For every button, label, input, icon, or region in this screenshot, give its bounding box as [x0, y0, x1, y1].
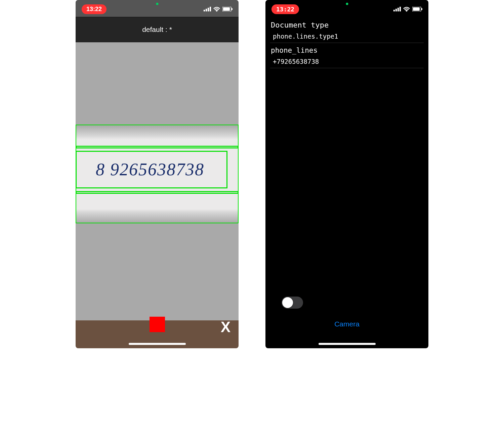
svg-rect-6	[232, 8, 233, 10]
document-type-value: phone.lines.type1	[270, 33, 424, 43]
status-icons	[393, 6, 422, 12]
document-type-heading: Document type	[271, 21, 424, 29]
battery-icon	[222, 7, 233, 11]
svg-rect-8	[395, 9, 397, 11]
svg-rect-5	[223, 7, 230, 11]
phone-lines-heading: phone_lines	[271, 46, 424, 54]
time-recording-pill[interactable]: 13:22	[82, 4, 107, 14]
camera-active-dot-icon	[156, 3, 158, 5]
svg-rect-7	[393, 10, 395, 11]
wifi-icon	[403, 6, 410, 12]
camera-active-dot-icon	[346, 3, 348, 5]
svg-rect-12	[413, 7, 420, 11]
status-bar: 13:22	[76, 3, 239, 15]
results-screen: 13:22 Document type phone.lines.type1 ph…	[265, 0, 428, 348]
close-button[interactable]: X	[221, 319, 230, 335]
cellular-icon	[204, 7, 211, 11]
svg-rect-1	[206, 9, 207, 11]
capture-mode-label: default : *	[142, 26, 172, 34]
svg-rect-2	[208, 8, 209, 11]
svg-rect-3	[210, 7, 211, 11]
camera-viewport	[76, 0, 239, 348]
cellular-icon	[393, 7, 401, 11]
home-indicator[interactable]	[319, 343, 376, 345]
phone-lines-value: +79265638738	[270, 58, 424, 68]
stop-record-button[interactable]	[150, 317, 165, 332]
svg-rect-9	[397, 8, 399, 11]
svg-rect-10	[400, 7, 401, 11]
svg-rect-0	[204, 10, 205, 11]
camera-link[interactable]: Camera	[265, 320, 428, 328]
capture-title-bar: default : *	[76, 17, 239, 42]
status-icons	[204, 6, 233, 12]
camera-capture-screen: 13:22 default : * 8 9265638738 X	[76, 0, 239, 348]
status-bar: 13:22	[265, 3, 428, 15]
svg-rect-13	[421, 8, 422, 10]
battery-icon	[412, 7, 422, 11]
time-recording-pill[interactable]: 13:22	[271, 4, 299, 14]
home-indicator[interactable]	[129, 343, 186, 345]
wifi-icon	[213, 6, 220, 12]
toggle-switch[interactable]	[282, 297, 303, 309]
toggle-knob-icon	[282, 297, 293, 308]
